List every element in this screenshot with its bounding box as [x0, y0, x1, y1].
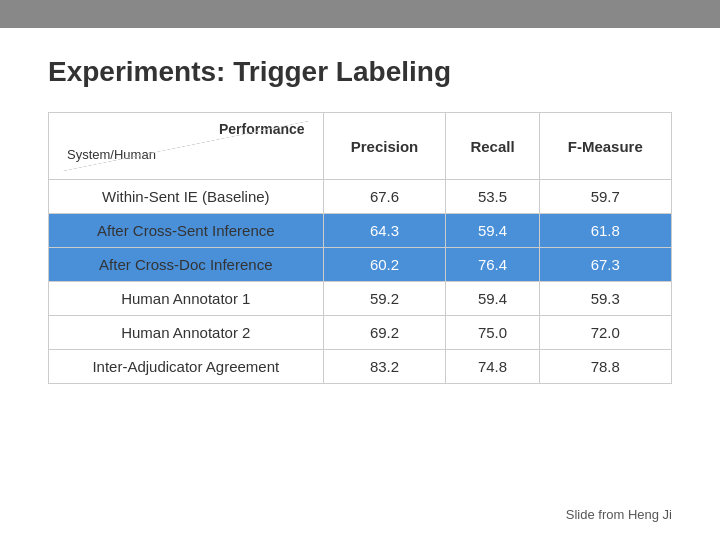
row-recall: 75.0 — [446, 316, 539, 350]
table-row: After Cross-Sent Inference64.359.461.8 — [49, 214, 672, 248]
row-precision: 69.2 — [323, 316, 446, 350]
table-row: Within-Sent IE (Baseline)67.653.559.7 — [49, 180, 672, 214]
row-fmeasure: 67.3 — [539, 248, 671, 282]
row-precision: 60.2 — [323, 248, 446, 282]
row-fmeasure: 59.3 — [539, 282, 671, 316]
slide-credit: Slide from Heng Ji — [566, 507, 672, 522]
top-bar — [0, 0, 720, 28]
row-system-name: After Cross-Sent Inference — [49, 214, 324, 248]
table-row: Human Annotator 159.259.459.3 — [49, 282, 672, 316]
row-recall: 59.4 — [446, 214, 539, 248]
fmeasure-header: F-Measure — [539, 113, 671, 180]
row-system-name: Human Annotator 2 — [49, 316, 324, 350]
row-fmeasure: 72.0 — [539, 316, 671, 350]
performance-label: Performance — [219, 121, 309, 137]
row-fmeasure: 78.8 — [539, 350, 671, 384]
row-fmeasure: 61.8 — [539, 214, 671, 248]
recall-header: Recall — [446, 113, 539, 180]
row-fmeasure: 59.7 — [539, 180, 671, 214]
row-recall: 74.8 — [446, 350, 539, 384]
row-system-name: After Cross-Doc Inference — [49, 248, 324, 282]
row-precision: 59.2 — [323, 282, 446, 316]
precision-header: Precision — [323, 113, 446, 180]
row-system-name: Within-Sent IE (Baseline) — [49, 180, 324, 214]
system-human-label: System/Human — [63, 147, 156, 162]
page-title: Experiments: Trigger Labeling — [48, 56, 672, 88]
row-system-name: Inter-Adjudicator Agreement — [49, 350, 324, 384]
row-precision: 83.2 — [323, 350, 446, 384]
table-row: Human Annotator 269.275.072.0 — [49, 316, 672, 350]
row-recall: 53.5 — [446, 180, 539, 214]
row-recall: 59.4 — [446, 282, 539, 316]
row-precision: 64.3 — [323, 214, 446, 248]
results-table: Performance System/Human Precision Recal… — [48, 112, 672, 384]
row-recall: 76.4 — [446, 248, 539, 282]
diagonal-header-cell: Performance System/Human — [49, 113, 324, 180]
row-precision: 67.6 — [323, 180, 446, 214]
table-row: Inter-Adjudicator Agreement83.274.878.8 — [49, 350, 672, 384]
row-system-name: Human Annotator 1 — [49, 282, 324, 316]
main-content: Experiments: Trigger Labeling Performanc… — [0, 28, 720, 404]
table-row: After Cross-Doc Inference60.276.467.3 — [49, 248, 672, 282]
